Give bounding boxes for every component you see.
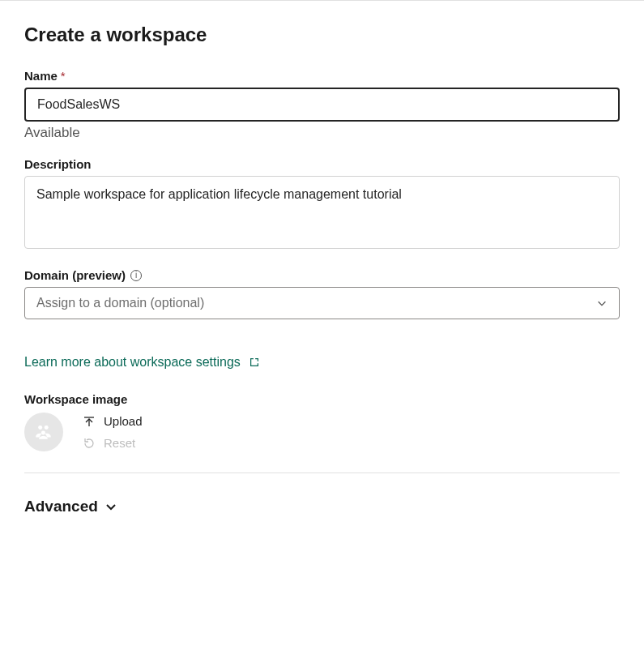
page-title: Create a workspace: [24, 24, 620, 46]
learn-more-link[interactable]: Learn more about workspace settings: [24, 355, 260, 370]
domain-label-row: Domain (preview) i: [24, 268, 620, 282]
external-link-icon: [249, 357, 260, 368]
svg-point-1: [45, 425, 49, 430]
info-icon[interactable]: i: [130, 270, 142, 281]
name-status: Available: [24, 125, 620, 141]
domain-select[interactable]: Assign to a domain (optional): [24, 287, 620, 319]
description-input[interactable]: Sample workspace for application lifecyc…: [24, 176, 620, 249]
required-asterisk: *: [61, 69, 66, 83]
reset-icon: [83, 437, 96, 450]
description-label: Description: [24, 157, 620, 171]
people-icon: [33, 421, 54, 443]
reset-label: Reset: [104, 436, 135, 450]
domain-placeholder: Assign to a domain (optional): [36, 296, 204, 310]
divider: [24, 473, 620, 473]
name-field: Name * Available: [24, 69, 620, 141]
chevron-down-icon: [104, 500, 117, 513]
upload-icon: [83, 415, 96, 428]
learn-more-text: Learn more about workspace settings: [24, 355, 241, 370]
advanced-toggle[interactable]: Advanced: [24, 494, 620, 519]
upload-label: Upload: [104, 414, 143, 428]
domain-field: Domain (preview) i Assign to a domain (o…: [24, 268, 620, 319]
description-field: Description Sample workspace for applica…: [24, 157, 620, 252]
workspace-avatar: [24, 413, 63, 451]
upload-button[interactable]: Upload: [83, 414, 143, 428]
domain-label: Domain (preview): [24, 268, 126, 282]
chevron-down-icon: [596, 297, 608, 309]
reset-button: Reset: [83, 436, 143, 450]
svg-point-0: [38, 425, 42, 430]
workspace-image-section: Workspace image Upload: [24, 392, 620, 451]
name-input[interactable]: [24, 88, 620, 122]
workspace-image-row: Upload Reset: [24, 413, 620, 451]
workspace-image-actions: Upload Reset: [83, 414, 143, 450]
advanced-label: Advanced: [24, 498, 98, 515]
name-label-row: Name *: [24, 69, 620, 83]
svg-point-2: [41, 431, 45, 435]
name-label: Name: [24, 69, 58, 83]
workspace-image-label: Workspace image: [24, 392, 620, 406]
